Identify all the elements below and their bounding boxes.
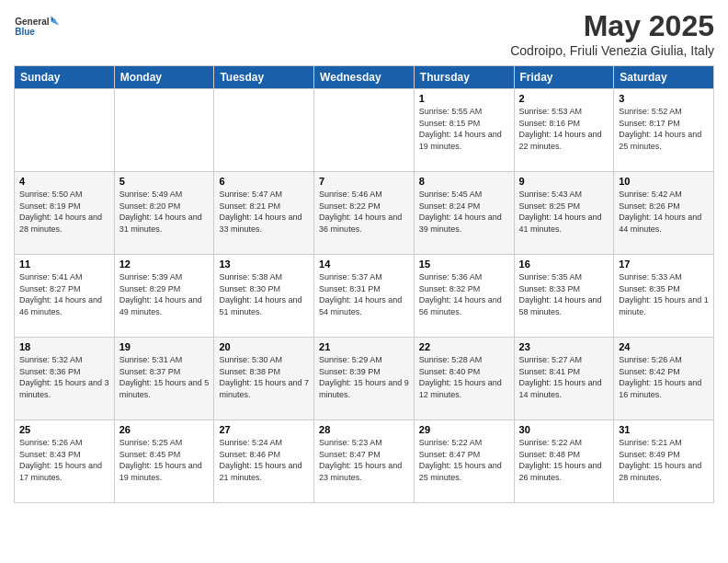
day-cell-4-2: 27Sunrise: 5:24 AMSunset: 8:46 PMDayligh… <box>214 420 314 503</box>
day-cell-1-1: 5Sunrise: 5:49 AMSunset: 8:20 PMDaylight… <box>114 172 214 255</box>
day-cell-3-5: 23Sunrise: 5:27 AMSunset: 8:41 PMDayligh… <box>514 338 614 420</box>
day-info: Sunrise: 5:41 AMSunset: 8:27 PMDaylight:… <box>19 271 109 317</box>
day-number: 3 <box>619 93 709 104</box>
day-info: Sunrise: 5:55 AMSunset: 8:15 PMDaylight:… <box>419 106 509 152</box>
location-title: Codroipo, Friuli Venezia Giulia, Italy <box>510 43 714 58</box>
day-cell-4-4: 29Sunrise: 5:22 AMSunset: 8:47 PMDayligh… <box>414 420 514 503</box>
day-cell-3-2: 20Sunrise: 5:30 AMSunset: 8:38 PMDayligh… <box>214 338 314 420</box>
day-info: Sunrise: 5:35 AMSunset: 8:33 PMDaylight:… <box>519 271 609 317</box>
day-info: Sunrise: 5:30 AMSunset: 8:38 PMDaylight:… <box>219 354 309 400</box>
day-number: 20 <box>219 341 309 352</box>
day-info: Sunrise: 5:37 AMSunset: 8:31 PMDaylight:… <box>319 271 409 317</box>
day-number: 13 <box>219 259 309 270</box>
day-info: Sunrise: 5:23 AMSunset: 8:47 PMDaylight:… <box>319 437 409 483</box>
day-number: 28 <box>319 424 409 435</box>
day-number: 31 <box>619 424 709 435</box>
day-number: 14 <box>319 259 409 270</box>
week-row-4: 18Sunrise: 5:32 AMSunset: 8:36 PMDayligh… <box>15 338 714 420</box>
day-cell-4-3: 28Sunrise: 5:23 AMSunset: 8:47 PMDayligh… <box>314 420 415 503</box>
day-number: 27 <box>219 424 309 435</box>
day-cell-3-4: 22Sunrise: 5:28 AMSunset: 8:40 PMDayligh… <box>414 338 514 420</box>
svg-text:Blue: Blue <box>15 27 35 37</box>
day-number: 12 <box>119 259 210 270</box>
day-cell-0-4: 1Sunrise: 5:55 AMSunset: 8:15 PMDaylight… <box>414 89 514 172</box>
day-info: Sunrise: 5:22 AMSunset: 8:47 PMDaylight:… <box>419 437 509 483</box>
day-cell-2-3: 14Sunrise: 5:37 AMSunset: 8:31 PMDayligh… <box>314 255 415 338</box>
day-cell-2-5: 16Sunrise: 5:35 AMSunset: 8:33 PMDayligh… <box>514 255 614 338</box>
calendar-header-row: SundayMondayTuesdayWednesdayThursdayFrid… <box>15 66 714 89</box>
day-cell-1-2: 6Sunrise: 5:47 AMSunset: 8:21 PMDaylight… <box>214 172 314 255</box>
day-number: 8 <box>419 176 509 187</box>
day-info: Sunrise: 5:25 AMSunset: 8:45 PMDaylight:… <box>119 437 210 483</box>
week-row-2: 4Sunrise: 5:50 AMSunset: 8:19 PMDaylight… <box>15 172 714 255</box>
header-friday: Friday <box>514 66 614 89</box>
day-info: Sunrise: 5:50 AMSunset: 8:19 PMDaylight:… <box>19 189 109 235</box>
day-cell-2-1: 12Sunrise: 5:39 AMSunset: 8:29 PMDayligh… <box>114 255 214 338</box>
day-number: 4 <box>19 176 109 187</box>
day-info: Sunrise: 5:36 AMSunset: 8:32 PMDaylight:… <box>419 271 509 317</box>
week-row-5: 25Sunrise: 5:26 AMSunset: 8:43 PMDayligh… <box>15 420 714 503</box>
day-cell-1-3: 7Sunrise: 5:46 AMSunset: 8:22 PMDaylight… <box>314 172 415 255</box>
day-cell-3-1: 19Sunrise: 5:31 AMSunset: 8:37 PMDayligh… <box>114 338 214 420</box>
day-cell-0-2 <box>214 89 314 172</box>
day-number: 22 <box>419 341 509 352</box>
day-number: 29 <box>419 424 509 435</box>
day-number: 15 <box>419 259 509 270</box>
svg-text:General: General <box>15 17 49 27</box>
day-info: Sunrise: 5:46 AMSunset: 8:22 PMDaylight:… <box>319 189 409 235</box>
day-cell-2-4: 15Sunrise: 5:36 AMSunset: 8:32 PMDayligh… <box>414 255 514 338</box>
day-info: Sunrise: 5:42 AMSunset: 8:26 PMDaylight:… <box>619 189 709 235</box>
day-info: Sunrise: 5:31 AMSunset: 8:37 PMDaylight:… <box>119 354 210 400</box>
day-cell-0-1 <box>114 89 214 172</box>
day-info: Sunrise: 5:39 AMSunset: 8:29 PMDaylight:… <box>119 271 210 317</box>
day-cell-4-0: 25Sunrise: 5:26 AMSunset: 8:43 PMDayligh… <box>15 420 115 503</box>
day-number: 25 <box>19 424 109 435</box>
week-row-3: 11Sunrise: 5:41 AMSunset: 8:27 PMDayligh… <box>15 255 714 338</box>
day-cell-2-2: 13Sunrise: 5:38 AMSunset: 8:30 PMDayligh… <box>214 255 314 338</box>
day-info: Sunrise: 5:43 AMSunset: 8:25 PMDaylight:… <box>519 189 609 235</box>
day-cell-0-5: 2Sunrise: 5:53 AMSunset: 8:16 PMDaylight… <box>514 89 614 172</box>
day-info: Sunrise: 5:29 AMSunset: 8:39 PMDaylight:… <box>319 354 409 400</box>
day-cell-4-1: 26Sunrise: 5:25 AMSunset: 8:45 PMDayligh… <box>114 420 214 503</box>
day-number: 16 <box>519 259 609 270</box>
day-cell-2-6: 17Sunrise: 5:33 AMSunset: 8:35 PMDayligh… <box>614 255 714 338</box>
day-info: Sunrise: 5:32 AMSunset: 8:36 PMDaylight:… <box>19 354 109 400</box>
day-cell-3-0: 18Sunrise: 5:32 AMSunset: 8:36 PMDayligh… <box>15 338 115 420</box>
day-number: 19 <box>119 341 210 352</box>
logo: General Blue <box>14 9 60 46</box>
day-info: Sunrise: 5:45 AMSunset: 8:24 PMDaylight:… <box>419 189 509 235</box>
day-number: 21 <box>319 341 409 352</box>
day-info: Sunrise: 5:33 AMSunset: 8:35 PMDaylight:… <box>619 271 709 317</box>
day-info: Sunrise: 5:52 AMSunset: 8:17 PMDaylight:… <box>619 106 709 152</box>
day-info: Sunrise: 5:53 AMSunset: 8:16 PMDaylight:… <box>519 106 609 152</box>
day-cell-0-6: 3Sunrise: 5:52 AMSunset: 8:17 PMDaylight… <box>614 89 714 172</box>
day-number: 11 <box>19 259 109 270</box>
day-cell-4-5: 30Sunrise: 5:22 AMSunset: 8:48 PMDayligh… <box>514 420 614 503</box>
page: General Blue May 2025 Codroipo, Friuli V… <box>0 0 728 563</box>
day-cell-3-6: 24Sunrise: 5:26 AMSunset: 8:42 PMDayligh… <box>614 338 714 420</box>
day-info: Sunrise: 5:22 AMSunset: 8:48 PMDaylight:… <box>519 437 609 483</box>
day-cell-1-5: 9Sunrise: 5:43 AMSunset: 8:25 PMDaylight… <box>514 172 614 255</box>
day-number: 1 <box>419 93 509 104</box>
day-number: 30 <box>519 424 609 435</box>
day-info: Sunrise: 5:38 AMSunset: 8:30 PMDaylight:… <box>219 271 309 317</box>
day-number: 17 <box>619 259 709 270</box>
day-info: Sunrise: 5:26 AMSunset: 8:42 PMDaylight:… <box>619 354 709 400</box>
title-section: May 2025 Codroipo, Friuli Venezia Giulia… <box>510 9 714 58</box>
header: General Blue May 2025 Codroipo, Friuli V… <box>14 9 714 58</box>
day-number: 9 <box>519 176 609 187</box>
day-info: Sunrise: 5:49 AMSunset: 8:20 PMDaylight:… <box>119 189 210 235</box>
day-number: 23 <box>519 341 609 352</box>
day-number: 26 <box>119 424 210 435</box>
day-info: Sunrise: 5:27 AMSunset: 8:41 PMDaylight:… <box>519 354 609 400</box>
day-number: 18 <box>19 341 109 352</box>
week-row-1: 1Sunrise: 5:55 AMSunset: 8:15 PMDaylight… <box>15 89 714 172</box>
day-cell-1-0: 4Sunrise: 5:50 AMSunset: 8:19 PMDaylight… <box>15 172 115 255</box>
day-info: Sunrise: 5:26 AMSunset: 8:43 PMDaylight:… <box>19 437 109 483</box>
calendar-table: SundayMondayTuesdayWednesdayThursdayFrid… <box>14 65 714 503</box>
day-info: Sunrise: 5:21 AMSunset: 8:49 PMDaylight:… <box>619 437 709 483</box>
day-cell-3-3: 21Sunrise: 5:29 AMSunset: 8:39 PMDayligh… <box>314 338 415 420</box>
day-number: 5 <box>119 176 210 187</box>
header-sunday: Sunday <box>15 66 115 89</box>
day-cell-2-0: 11Sunrise: 5:41 AMSunset: 8:27 PMDayligh… <box>15 255 115 338</box>
